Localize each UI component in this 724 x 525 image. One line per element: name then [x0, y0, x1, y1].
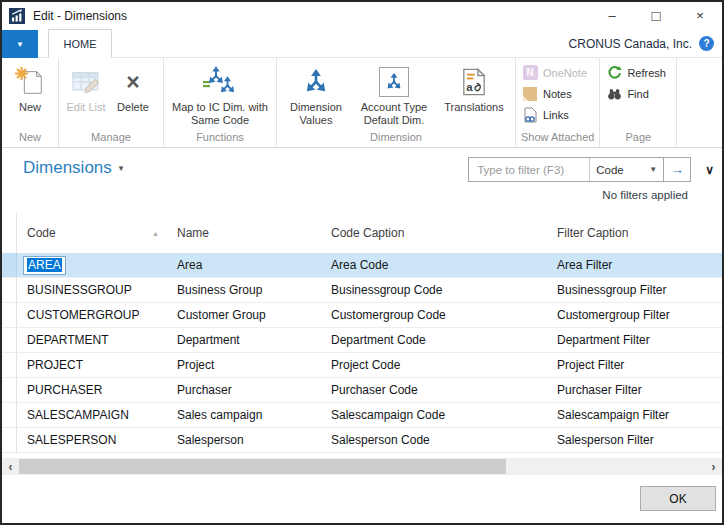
row-selector[interactable]: [2, 328, 17, 352]
table-header-row: Code▲ Name Code Caption Filter Caption: [2, 213, 722, 253]
cell-name[interactable]: Customer Group: [167, 308, 321, 322]
cell-name[interactable]: Area: [167, 258, 321, 272]
scroll-right-icon[interactable]: ›: [705, 458, 722, 475]
ribbon-group-dimension: Dimension Values Account Type Default Di…: [276, 58, 515, 147]
cell-code-caption[interactable]: Department Code: [321, 333, 547, 347]
table-row[interactable]: SALESPERSON Salesperson Salesperson Code…: [2, 428, 722, 453]
find-binoculars-icon: [605, 86, 623, 101]
cell-name[interactable]: Project: [167, 358, 321, 372]
table-row[interactable]: SALESCAMPAIGN Sales campaign Salescampai…: [2, 403, 722, 428]
column-header-code-caption[interactable]: Code Caption: [321, 226, 547, 240]
ribbon-group-label-new: New: [7, 129, 53, 146]
ok-button[interactable]: OK: [640, 486, 716, 511]
cell-code[interactable]: SALESPERSON: [17, 433, 167, 447]
row-selector[interactable]: [2, 278, 17, 302]
cell-code[interactable]: DEPARTMENT: [17, 333, 167, 347]
delete-x-icon: ×: [126, 63, 139, 101]
window-title: Edit - Dimensions: [33, 9, 127, 23]
delete-button[interactable]: × Delete: [108, 60, 158, 114]
dimension-values-button[interactable]: Dimension Values: [282, 60, 350, 127]
table-row[interactable]: BUSINESSGROUP Business Group Businessgro…: [2, 278, 722, 303]
cell-code-caption[interactable]: Project Code: [321, 358, 547, 372]
translations-button[interactable]: a Translations: [438, 60, 510, 114]
cell-code-caption[interactable]: Businessgroup Code: [321, 283, 547, 297]
table-row[interactable]: CUSTOMERGROUP Customer Group Customergro…: [2, 303, 722, 328]
scroll-left-icon[interactable]: ‹: [2, 458, 19, 475]
row-selector[interactable]: [2, 428, 17, 452]
cell-name[interactable]: Sales campaign: [167, 408, 321, 422]
cell-code[interactable]: PROJECT: [17, 358, 167, 372]
cell-filter-caption[interactable]: Purchaser Filter: [547, 383, 722, 397]
cell-filter-caption[interactable]: Customergroup Filter: [547, 308, 722, 322]
cell-filter-caption[interactable]: Businessgroup Filter: [547, 283, 722, 297]
page-header: Dimensions▾ Code▼ → ∨ No filters applied: [2, 149, 722, 213]
close-button[interactable]: ×: [678, 2, 722, 29]
find-button[interactable]: Find: [605, 83, 648, 104]
row-selector[interactable]: [2, 403, 17, 427]
ribbon-group-new: New New: [2, 58, 58, 147]
map-to-ic-dim-button[interactable]: Map to IC Dim. with Same Code: [169, 60, 271, 127]
cell-name[interactable]: Salesperson: [167, 433, 321, 447]
links-button[interactable]: Links: [521, 104, 569, 125]
column-header-name[interactable]: Name: [167, 226, 321, 240]
translations-icon: a: [461, 63, 487, 101]
column-header-filter-caption[interactable]: Filter Caption: [547, 226, 722, 240]
table-row[interactable]: DEPARTMENT Department Department Code De…: [2, 328, 722, 353]
apply-filter-button[interactable]: →: [663, 158, 690, 181]
tab-home[interactable]: HOME: [48, 29, 112, 58]
new-button[interactable]: New: [7, 60, 53, 114]
cell-filter-caption[interactable]: Area Filter: [547, 258, 722, 272]
app-chart-icon: [9, 8, 25, 24]
application-menu-button[interactable]: ▼: [2, 30, 38, 58]
map-to-ic-dim-label: Map to IC Dim. with Same Code: [169, 101, 271, 127]
cell-code[interactable]: BUSINESSGROUP: [17, 283, 167, 297]
cell-code[interactable]: SALESCAMPAIGN: [17, 408, 167, 422]
onenote-button[interactable]: N OneNote: [521, 62, 587, 83]
scrollbar-thumb[interactable]: [19, 459, 506, 474]
notes-button[interactable]: Notes: [521, 83, 572, 104]
cell-code[interactable]: PURCHASER: [17, 383, 167, 397]
cell-code-caption[interactable]: Salesperson Code: [321, 433, 547, 447]
cell-name[interactable]: Business Group: [167, 283, 321, 297]
edit-list-button[interactable]: Edit List: [64, 60, 108, 114]
cell-code-caption[interactable]: Salescampaign Code: [321, 408, 547, 422]
minimize-button[interactable]: –: [590, 2, 634, 29]
cell-code-caption[interactable]: Area Code: [321, 258, 547, 272]
cell-code[interactable]: AREA: [17, 256, 167, 275]
dimension-values-icon: [300, 63, 332, 101]
table-row[interactable]: AREA Area Area Code Area Filter: [2, 253, 722, 278]
cell-filter-caption[interactable]: Salesperson Filter: [547, 433, 722, 447]
table-body: AREA Area Area Code Area Filter BUSINESS…: [2, 253, 722, 453]
filter-input[interactable]: [469, 158, 589, 181]
cell-name[interactable]: Purchaser: [167, 383, 321, 397]
ribbon-group-label-manage: Manage: [64, 129, 158, 146]
page-title-dropdown[interactable]: Dimensions▾: [23, 158, 123, 178]
row-selector[interactable]: [2, 303, 17, 327]
cell-filter-caption[interactable]: Department Filter: [547, 333, 722, 347]
row-selector[interactable]: [2, 378, 17, 402]
filter-column-dropdown[interactable]: Code▼: [589, 158, 663, 181]
horizontal-scrollbar[interactable]: ‹ ›: [2, 458, 722, 475]
row-selector[interactable]: [2, 253, 17, 277]
new-button-label: New: [19, 101, 41, 114]
maximize-button[interactable]: □: [634, 2, 678, 29]
cell-code-caption[interactable]: Purchaser Code: [321, 383, 547, 397]
table-row[interactable]: PURCHASER Purchaser Purchaser Code Purch…: [2, 378, 722, 403]
notes-label: Notes: [543, 88, 572, 100]
map-dimensions-icon: [202, 63, 238, 101]
column-header-code[interactable]: Code▲: [17, 226, 167, 240]
cell-code[interactable]: CUSTOMERGROUP: [17, 308, 167, 322]
account-type-default-dim-button[interactable]: Account Type Default Dim.: [350, 60, 438, 127]
row-selector[interactable]: [2, 353, 17, 377]
cell-name[interactable]: Department: [167, 333, 321, 347]
help-icon[interactable]: ?: [699, 36, 714, 51]
cell-code-caption[interactable]: Customergroup Code: [321, 308, 547, 322]
refresh-button[interactable]: Refresh: [605, 62, 666, 83]
page-title: Dimensions: [23, 158, 112, 177]
dimension-values-label: Dimension Values: [282, 101, 350, 127]
cell-filter-caption[interactable]: Salescampaign Filter: [547, 408, 722, 422]
filter-status: No filters applied: [602, 189, 688, 201]
cell-filter-caption[interactable]: Project Filter: [547, 358, 722, 372]
table-row[interactable]: PROJECT Project Project Code Project Fil…: [2, 353, 722, 378]
collapse-header-chevron-icon[interactable]: ∨: [705, 163, 714, 177]
